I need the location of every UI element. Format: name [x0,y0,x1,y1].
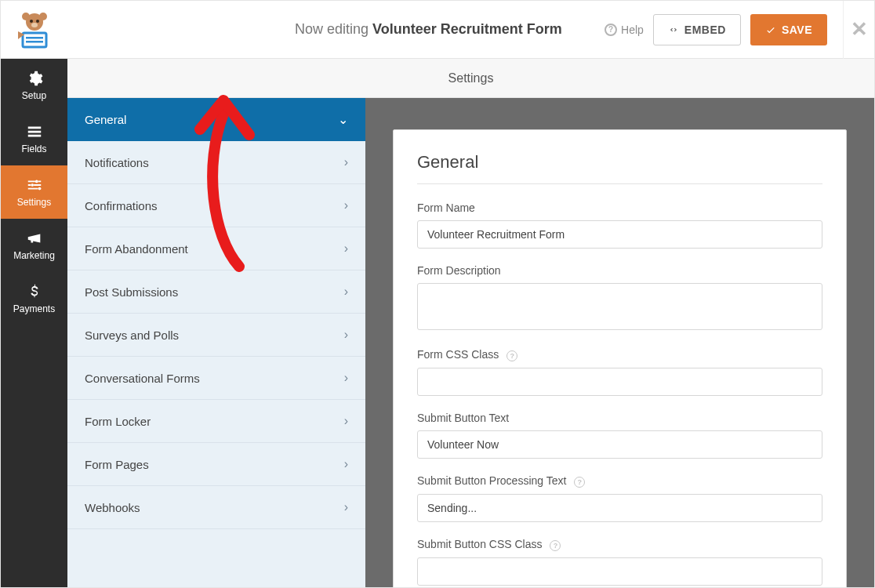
textarea-form-description[interactable] [417,283,822,330]
settings-item-form-locker[interactable]: Form Locker › [67,400,365,443]
save-label: SAVE [782,24,812,36]
chevron-down-icon: ⌄ [338,112,348,127]
help-icon[interactable]: ? [574,477,585,488]
chevron-right-icon: › [344,457,348,471]
settings-panel-container: General Form Name Form Description Form … [365,98,874,588]
label-form-name: Form Name [417,201,822,214]
field-submit-text: Submit Button Text [417,412,822,459]
settings-item-label: Surveys and Polls [85,328,179,342]
sidebar-item-payments[interactable]: Payments [1,272,67,325]
settings-item-webhooks[interactable]: Webhooks › [67,486,365,529]
label-form-description: Form Description [417,264,822,277]
label-submit-processing: Submit Button Processing Text ? [417,474,822,488]
panel-heading: General [417,152,822,184]
field-form-css-class: Form CSS Class ? [417,348,822,396]
sidebar-item-fields[interactable]: Fields [1,112,67,165]
chevron-right-icon: › [344,198,348,212]
help-icon[interactable]: ? [506,350,517,361]
settings-menu: General ⌄ Notifications › Confirmations … [67,98,365,588]
label-form-css-class: Form CSS Class ? [417,348,822,361]
svg-point-9 [34,180,38,183]
input-form-css-class[interactable] [417,368,822,396]
svg-point-10 [31,183,34,187]
sidebar-item-marketing[interactable]: Marketing [1,219,67,272]
field-form-name: Form Name [417,201,822,249]
sliders-icon [26,176,43,194]
input-form-name[interactable] [417,220,822,249]
help-link[interactable]: ? Help [605,24,644,36]
settings-item-label: Notifications [85,156,149,169]
label-submit-text: Submit Button Text [417,412,822,424]
field-submit-css-class: Submit Button CSS Class ? [417,538,822,586]
main-sidebar: Setup Fields Settings Marketing Payments [1,59,67,588]
page-title-wrap: Now editing Volunteer Recruitment Form [67,21,605,38]
label-submit-css-class: Submit Button CSS Class ? [417,538,822,551]
input-submit-processing[interactable] [417,494,822,522]
bullhorn-icon [26,230,43,247]
help-label: Help [621,24,644,36]
form-title: Volunteer Recruitment Form [372,21,562,37]
sidebar-label: Settings [17,197,51,208]
chevron-right-icon: › [344,285,348,299]
svg-point-5 [31,23,38,27]
gear-icon [26,70,43,87]
settings-item-confirmations[interactable]: Confirmations › [67,184,365,227]
settings-item-label: Form Pages [85,458,149,471]
help-icon: ? [605,24,617,36]
label-text: Submit Button CSS Class [417,538,543,550]
sidebar-label: Fields [21,143,46,154]
settings-item-label: Form Locker [85,415,151,428]
chevron-right-icon: › [344,414,348,428]
label-text: Submit Button Processing Text [417,474,566,487]
field-submit-processing: Submit Button Processing Text ? [417,474,822,522]
check-icon [765,24,776,35]
help-icon[interactable]: ? [550,540,561,551]
chevron-right-icon: › [344,155,348,169]
settings-item-form-abandonment[interactable]: Form Abandonment › [67,227,365,270]
sidebar-item-setup[interactable]: Setup [1,59,67,112]
list-icon [26,123,43,140]
svg-rect-6 [23,33,46,47]
subheader-title: Settings [448,71,494,85]
settings-item-post-submissions[interactable]: Post Submissions › [67,270,365,314]
settings-item-surveys-polls[interactable]: Surveys and Polls › [67,314,365,357]
settings-item-label: General [85,113,126,126]
settings-item-conversational-forms[interactable]: Conversational Forms › [67,357,365,400]
settings-item-label: Confirmations [85,199,158,212]
settings-item-label: Form Abandonment [85,242,188,256]
svg-point-4 [36,20,39,23]
chevron-right-icon: › [344,328,348,342]
top-actions: ? Help EMBED SAVE [605,14,843,45]
chevron-right-icon: › [344,500,348,514]
svg-rect-7 [26,37,43,39]
sidebar-item-settings[interactable]: Settings [1,165,67,219]
settings-item-form-pages[interactable]: Form Pages › [67,443,365,486]
chevron-right-icon: › [344,241,348,256]
editing-prefix: Now editing [295,21,369,37]
label-text: Form CSS Class [417,348,499,361]
sidebar-label: Marketing [13,250,55,261]
settings-item-notifications[interactable]: Notifications › [67,141,365,184]
settings-item-label: Conversational Forms [85,372,200,385]
embed-label: EMBED [684,24,726,36]
settings-item-label: Webhooks [85,501,140,514]
chevron-right-icon: › [344,371,348,385]
svg-rect-8 [26,41,43,43]
settings-item-general[interactable]: General ⌄ [67,98,365,141]
save-button[interactable]: SAVE [750,14,827,45]
input-submit-text[interactable] [417,430,822,459]
svg-point-3 [30,20,33,23]
sub-header: Settings [67,59,874,98]
settings-item-label: Post Submissions [85,285,178,299]
svg-point-2 [39,13,47,20]
dollar-icon [26,283,43,300]
app-logo [1,1,67,59]
close-icon: ✕ [851,17,868,42]
sidebar-label: Setup [22,90,46,101]
top-bar: Now editing Volunteer Recruitment Form ?… [1,1,874,59]
close-button[interactable]: ✕ [843,1,874,59]
input-submit-css-class[interactable] [417,557,822,586]
code-icon [668,24,679,35]
embed-button[interactable]: EMBED [653,14,741,45]
svg-point-1 [22,13,30,20]
